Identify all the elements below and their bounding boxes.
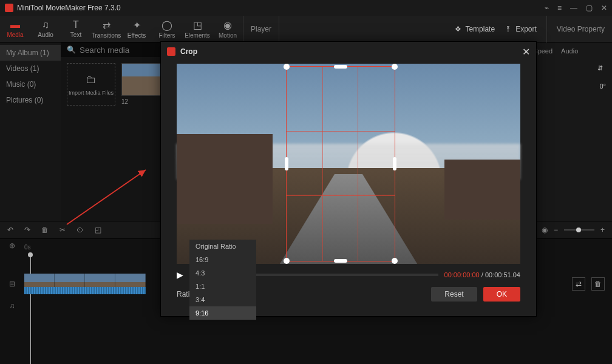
maximize-icon[interactable]: ▢ [586, 4, 593, 12]
tab-elements-label: Elements [185, 32, 210, 39]
crop-rectangle[interactable] [286, 66, 395, 261]
zoom-out-icon[interactable]: − [554, 226, 558, 234]
import-media-button[interactable]: 🗀 Import Media Files [67, 63, 115, 106]
crop-handle-tl[interactable] [284, 64, 290, 70]
template-icon: ❖ [455, 25, 461, 33]
tab-transitions[interactable]: ⇄Transitions [91, 19, 121, 39]
redo-icon[interactable]: ↷ [24, 226, 30, 234]
ratio-opt-4-3[interactable]: 4:3 [189, 266, 256, 280]
elements-icon: ◳ [193, 19, 202, 31]
crop-time: 00:00:00:00 / 00:00:51.04 [444, 271, 520, 278]
ok-label: OK [497, 290, 507, 298]
export-label: Export [515, 25, 537, 33]
main-toolbar: ▬Media ♫Audio TText ⇄Transitions ✦Effect… [0, 16, 612, 42]
ratio-opt-3-4[interactable]: 3:4 [189, 293, 256, 306]
time-total: 00:00:51.04 [485, 271, 520, 278]
tab-media-label: Media [7, 32, 23, 38]
headphones-icon: ♫ [42, 19, 49, 30]
clip-mute-icon[interactable]: 🔇 [25, 287, 33, 294]
ratio-opt-16-9[interactable]: 16:9 [189, 253, 256, 266]
tab-motion[interactable]: ◉Motion [212, 19, 243, 39]
template-label: Template [465, 25, 495, 33]
sidebar-music[interactable]: Music (0) [0, 76, 61, 92]
delete-icon[interactable]: 🗑 [41, 226, 49, 234]
reset-label: Reset [444, 290, 463, 298]
filters-icon: ◯ [162, 19, 172, 31]
crop-close-button[interactable]: ✕ [522, 46, 530, 58]
app-title: MiniTool MovieMaker Free 7.3.0 [17, 4, 545, 12]
rotate-value: 0° [599, 83, 606, 90]
tab-filters[interactable]: ◯Filters [152, 19, 182, 39]
video-property-label: Video Property [546, 16, 605, 42]
crop-handle-bl[interactable] [284, 258, 290, 264]
tab-transitions-label: Transitions [92, 32, 121, 39]
crop-play-button[interactable]: ▶ [177, 270, 183, 280]
ratio-opt-1-1[interactable]: 1:1 [189, 280, 256, 293]
playhead[interactable] [30, 255, 31, 364]
search-input[interactable] [80, 46, 152, 55]
audio-track-icon[interactable]: ♫ [0, 302, 24, 310]
swap-icon[interactable]: ⇄ [572, 277, 585, 291]
ok-button[interactable]: OK [483, 287, 520, 302]
text-icon: T [73, 19, 79, 30]
cut-icon[interactable]: ✂ [59, 226, 66, 234]
tab-motion-label: Motion [219, 32, 237, 39]
folder-icon: ▬ [10, 19, 20, 30]
menu-icon[interactable]: ≡ [557, 4, 562, 12]
export-icon: ⭱ [505, 25, 512, 33]
tab-filters-label: Filters [158, 32, 175, 39]
tab-text-label: Text [70, 32, 81, 38]
flip-v-icon[interactable]: ⇵ [594, 62, 606, 74]
crop-icon[interactable]: ◰ [95, 226, 101, 234]
time-start: 0s [24, 244, 31, 251]
template-button[interactable]: ❖Template [455, 25, 495, 33]
undo-icon[interactable]: ↶ [7, 226, 13, 234]
tab-elements[interactable]: ◳Elements [182, 19, 212, 39]
reset-button[interactable]: Reset [431, 287, 477, 302]
crop-handle-l[interactable] [285, 157, 288, 170]
minimize-icon[interactable]: — [570, 4, 577, 12]
crop-dialog-icon [167, 47, 175, 56]
tab-audio[interactable]: ♫Audio [30, 19, 61, 38]
tab-effects[interactable]: ✦Effects [121, 19, 152, 39]
sidebar-videos[interactable]: Videos (1) [0, 61, 61, 76]
sidebar-pictures[interactable]: Pictures (0) [0, 92, 61, 108]
crop-preview[interactable] [177, 64, 520, 264]
titlebar: MiniTool MovieMaker Free 7.3.0 ⌁ ≡ — ▢ ✕ [0, 0, 612, 16]
search-icon: 🔍 [67, 46, 76, 54]
media-sidebar: My Album (1) Videos (1) Music (0) Pictur… [0, 42, 61, 221]
zoom-in-icon[interactable]: + [600, 226, 605, 234]
export-button[interactable]: ⭱Export [505, 25, 537, 33]
player-label: Player [243, 16, 279, 42]
crop-handle-r[interactable] [393, 157, 396, 170]
mic-icon[interactable]: ◉ [542, 226, 548, 234]
zoom-slider[interactable] [564, 229, 594, 231]
tab-media[interactable]: ▬Media [0, 19, 30, 38]
tab-effects-label: Effects [127, 32, 146, 39]
ratio-opt-9-16[interactable]: 9:16 [189, 306, 256, 320]
prop-tab-audio[interactable]: Audio [561, 47, 578, 55]
time-current: 00:00:00:00 [444, 271, 480, 278]
crop-handle-br[interactable] [392, 258, 398, 264]
add-track-icon[interactable]: ⊕ [0, 241, 24, 250]
video-track-icon[interactable]: ⊟ [0, 280, 24, 288]
motion-icon: ◉ [223, 19, 232, 31]
speed-icon[interactable]: ⏲ [76, 226, 84, 234]
ratio-opt-original[interactable]: Original Ratio [189, 240, 256, 253]
crop-handle-b[interactable] [334, 259, 347, 263]
app-logo-icon [5, 4, 13, 12]
ratio-menu: Original Ratio 16:9 4:3 1:1 3:4 9:16 [189, 240, 256, 320]
transitions-icon: ⇄ [103, 19, 110, 31]
folder-icon: 🗀 [86, 73, 97, 86]
tab-audio-label: Audio [38, 32, 53, 38]
close-icon[interactable]: ✕ [601, 4, 607, 12]
crop-handle-t[interactable] [334, 65, 347, 69]
key-icon[interactable]: ⌁ [545, 4, 549, 12]
crop-dialog-title: Crop [180, 47, 517, 56]
crop-handle-tr[interactable] [392, 64, 398, 70]
trash-icon[interactable]: 🗑 [591, 277, 605, 291]
tab-text[interactable]: TText [61, 19, 91, 38]
video-clip[interactable]: 🔇 [24, 274, 146, 294]
import-label: Import Media Files [69, 90, 114, 96]
sidebar-album[interactable]: My Album (1) [0, 45, 61, 61]
